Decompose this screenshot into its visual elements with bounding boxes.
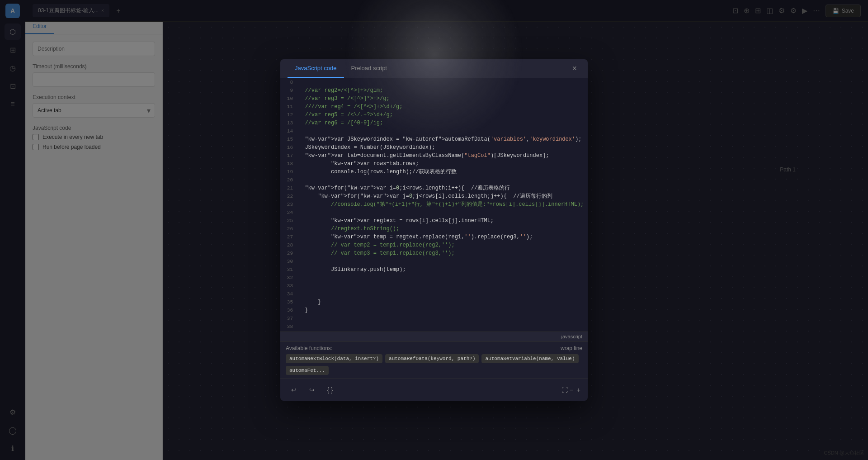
line-number: 12	[280, 111, 297, 119]
language-label: javascript	[561, 334, 582, 339]
line-number: 34	[280, 290, 297, 298]
line-content[interactable]: }	[297, 298, 588, 306]
code-line: 33	[280, 282, 588, 290]
code-line: 17 "kw-var">var tab=document.getElements…	[280, 152, 588, 160]
code-line: 24	[280, 209, 588, 217]
line-number: 25	[280, 217, 297, 225]
line-content[interactable]: "kw-var">for("kw-var">var i=0;i<rows.len…	[297, 184, 588, 192]
modal-tab-js[interactable]: JavaScript code	[288, 59, 344, 78]
line-content[interactable]: // var temp3 = temp1.replace(reg3,'');	[297, 249, 588, 257]
line-content[interactable]: JSlinkarray.push(temp);	[297, 266, 588, 274]
line-content[interactable]: "kw-var">for("kw-var">var j=0;j<rows[i].…	[297, 192, 588, 200]
line-number: 35	[280, 298, 297, 306]
modal-overlay[interactable]: JavaScript code Preload script × 89 //va…	[0, 0, 868, 460]
code-line: 9 //var reg2=/<[^>]+>/gim;	[280, 86, 588, 95]
line-content[interactable]: console.log(rows.length);//获取表格的行数	[297, 168, 588, 176]
line-content[interactable]: }	[297, 306, 588, 314]
line-number: 26	[280, 225, 297, 233]
line-content[interactable]: "kw-var">var rows=tab.rows;	[297, 160, 588, 168]
line-content[interactable]: //var reg2=/<[^>]+>/gim;	[297, 86, 588, 95]
line-content[interactable]: JSkeywordindex = Number(JSkeywordindex);	[297, 143, 588, 152]
line-content[interactable]: "kw-autoref">automaSetVariable('tablearr…	[297, 331, 588, 332]
code-line: 26 //regtext.toString();	[280, 225, 588, 233]
line-number: 36	[280, 306, 297, 314]
js-code-modal: JavaScript code Preload script × 89 //va…	[280, 59, 588, 401]
line-content[interactable]: //var reg3 = /<[^>]*>+>/g;	[297, 95, 588, 103]
line-number: 8	[280, 78, 297, 86]
code-line: 27 "kw-var">var temp = regtext.replace(r…	[280, 233, 588, 241]
zoom-controls: − +	[570, 386, 580, 394]
line-content[interactable]: "kw-var">var tab=document.getElementsByC…	[297, 152, 588, 160]
line-number: 37	[280, 314, 297, 322]
undo-button[interactable]: ↩	[288, 384, 300, 396]
line-content[interactable]	[297, 257, 588, 266]
line-content[interactable]: //regtext.toString();	[297, 225, 588, 233]
line-number: 22	[280, 192, 297, 200]
line-number: 11	[280, 103, 297, 111]
modal-footer: ↩ ↪ { } ⛶ − +	[280, 379, 588, 401]
code-line: 22 "kw-var">for("kw-var">var j=0;j<rows[…	[280, 192, 588, 200]
line-content[interactable]: //var reg5 = /<\/.+?>\d+/g;	[297, 111, 588, 119]
func-chip[interactable]: automaRefData(keyword, path?)	[385, 354, 479, 363]
modal-tab-preload[interactable]: Preload script	[344, 59, 394, 78]
line-content[interactable]	[297, 290, 588, 298]
code-line: 10 //var reg3 = /<[^>]*>+>/g;	[280, 95, 588, 103]
line-content[interactable]: //console.log("第"+(i+1)+"行, 第"+(j+1)+"列的…	[297, 200, 588, 209]
line-content[interactable]	[297, 176, 588, 184]
line-number: 18	[280, 160, 297, 168]
code-line: 23 //console.log("第"+(i+1)+"行, 第"+(j+1)+…	[280, 200, 588, 209]
line-content[interactable]	[297, 322, 588, 331]
format-button[interactable]: { }	[324, 384, 336, 396]
line-number: 28	[280, 241, 297, 249]
code-line: 39 "kw-autoref">automaSetVariable('table…	[280, 331, 588, 332]
line-number: 30	[280, 257, 297, 266]
wrap-line-button[interactable]: wrap line	[561, 345, 582, 351]
avail-functions-title: Available functions:	[286, 345, 332, 351]
line-content[interactable]: "kw-var">var JSkeywordindex = "kw-autore…	[297, 135, 588, 143]
line-number: 24	[280, 209, 297, 217]
code-editor[interactable]: 89 //var reg2=/<[^>]+>/gim;10 //var reg3…	[280, 78, 588, 332]
line-content[interactable]: "kw-var">var regtext = rows[i].cells[j].…	[297, 217, 588, 225]
code-line: 20	[280, 176, 588, 184]
line-content[interactable]	[297, 282, 588, 290]
code-line: 19 console.log(rows.length);//获取表格的行数	[280, 168, 588, 176]
zoom-in-button[interactable]: +	[577, 386, 580, 394]
line-content[interactable]	[297, 78, 588, 86]
avail-functions-header: Available functions: wrap line	[286, 345, 582, 351]
code-line: 16 JSkeywordindex = Number(JSkeywordinde…	[280, 143, 588, 152]
line-content[interactable]: //var reg6 = /[^0-9]/ig;	[297, 119, 588, 127]
redo-button[interactable]: ↪	[306, 384, 318, 396]
line-number: 15	[280, 135, 297, 143]
code-line: 11 ////var reg4 = /<[^<>]+>\d+/g;	[280, 103, 588, 111]
line-content[interactable]: "kw-var">var temp = regtext.replace(reg1…	[297, 233, 588, 241]
line-number: 23	[280, 200, 297, 209]
fullscreen-button[interactable]: ⛶ − +	[561, 386, 580, 394]
code-line: 31 JSlinkarray.push(temp);	[280, 266, 588, 274]
code-line: 14	[280, 127, 588, 135]
modal-close-button[interactable]: ×	[568, 60, 580, 77]
line-number: 39	[280, 331, 297, 332]
line-number: 13	[280, 119, 297, 127]
line-content[interactable]	[297, 274, 588, 282]
line-content[interactable]	[297, 209, 588, 217]
line-content[interactable]: ////var reg4 = /<[^<>]+>\d+/g;	[297, 103, 588, 111]
code-line: 25 "kw-var">var regtext = rows[i].cells[…	[280, 217, 588, 225]
line-content[interactable]	[297, 127, 588, 135]
func-chip[interactable]: automaFet...	[286, 366, 329, 375]
line-number: 17	[280, 152, 297, 160]
line-number: 27	[280, 233, 297, 241]
zoom-out-button[interactable]: −	[570, 386, 573, 394]
code-bottom-bar: javascript	[280, 332, 588, 341]
available-functions-section: Available functions: wrap line automaNex…	[280, 341, 588, 379]
line-number: 33	[280, 282, 297, 290]
func-chip[interactable]: automaSetVariable(name, value)	[481, 354, 578, 363]
line-content[interactable]: // var temp2 = temp1.replace(reg2,'');	[297, 241, 588, 249]
code-line: 28 // var temp2 = temp1.replace(reg2,'')…	[280, 241, 588, 249]
line-content[interactable]	[297, 314, 588, 322]
line-number: 31	[280, 266, 297, 274]
line-number: 10	[280, 95, 297, 103]
func-chip[interactable]: automaNextBlock(data, insert?)	[286, 354, 382, 363]
code-line: 35 }	[280, 298, 588, 306]
func-chips-container: automaNextBlock(data, insert?)automaRefD…	[286, 354, 582, 375]
line-number: 38	[280, 322, 297, 331]
